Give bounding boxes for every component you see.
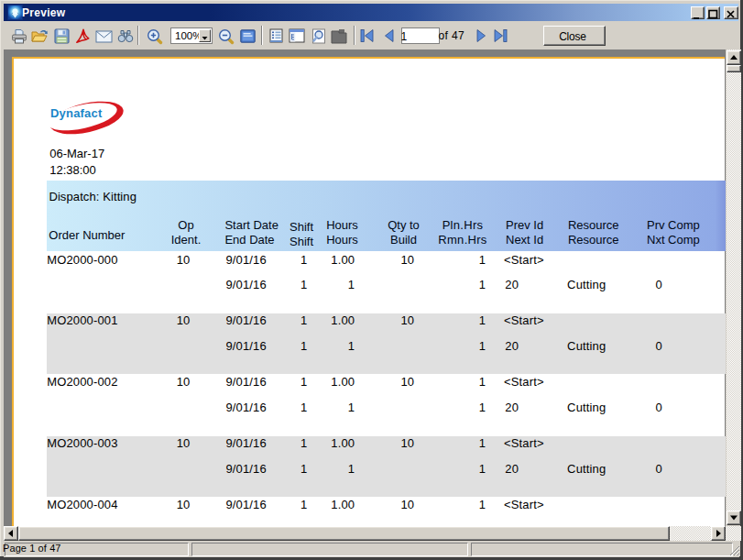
svg-text:Dynafact: Dynafact [50,106,103,120]
